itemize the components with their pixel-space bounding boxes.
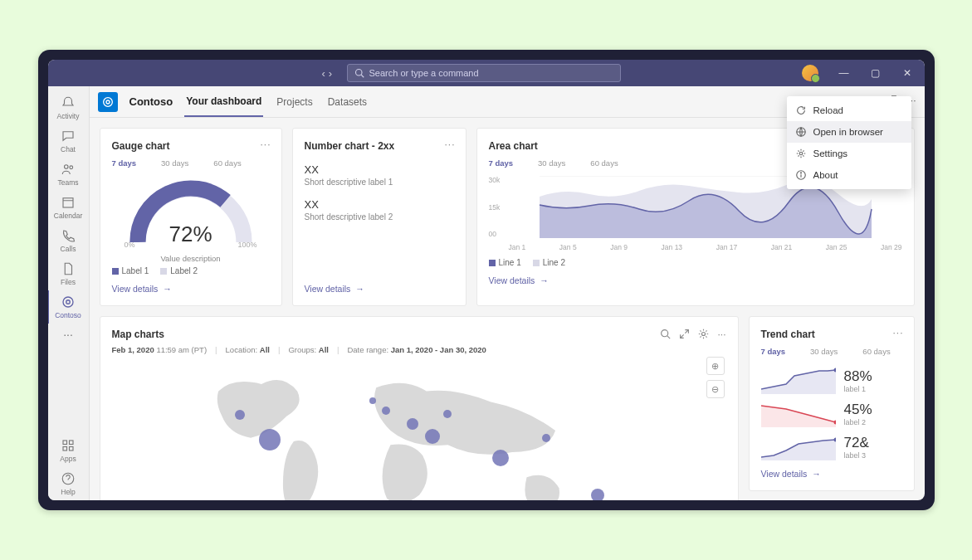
search-icon [354, 68, 364, 78]
map-metadata: Feb 1, 2020 11:59 am (PT)| Location: All… [112, 345, 726, 354]
app-rail: Activity Chat Teams Calendar Calls Files… [48, 86, 90, 500]
svg-point-6 [63, 297, 73, 307]
gauge-desc: Value description [160, 254, 220, 263]
card-gauge: Gauge chart ··· 7 days 30 days 60 days 7… [100, 128, 282, 306]
globe-icon [795, 126, 807, 138]
world-map[interactable] [112, 363, 726, 500]
sparkline: 45%label 2 [761, 401, 902, 427]
svg-rect-4 [63, 198, 73, 207]
card-more-icon[interactable]: ··· [260, 139, 271, 150]
context-menu: Reload Open in browser Settings About [787, 96, 911, 189]
window-close[interactable]: ✕ [893, 63, 921, 83]
range-7days[interactable]: 7 days [761, 347, 786, 356]
view-details-link[interactable]: View details→ [761, 469, 902, 479]
window-maximize[interactable]: ▢ [862, 63, 890, 83]
menu-open-in-browser[interactable]: Open in browser [787, 121, 911, 143]
svg-line-1 [361, 75, 364, 77]
range-30days[interactable]: 30 days [538, 158, 565, 168]
rail-help[interactable]: Help [48, 467, 89, 500]
svg-point-13 [103, 97, 112, 106]
tab-datasets[interactable]: Datasets [326, 88, 369, 116]
range-30days[interactable]: 30 days [810, 347, 838, 356]
gear-icon[interactable] [698, 329, 709, 342]
svg-point-7 [66, 300, 71, 304]
search-input[interactable]: Search or type a command [347, 64, 621, 82]
svg-point-0 [355, 70, 362, 76]
gauge-value: 72% [125, 222, 257, 247]
rail-calendar[interactable]: Calendar [48, 191, 89, 224]
menu-about[interactable]: About [787, 164, 911, 186]
card-title: Gauge chart [112, 140, 270, 152]
arrow-right-icon: → [163, 284, 172, 294]
range-30days[interactable]: 30 days [161, 158, 188, 168]
avatar[interactable] [802, 65, 818, 81]
svg-point-19 [662, 330, 668, 337]
expand-icon[interactable] [679, 329, 690, 342]
rail-activity[interactable]: Activity [48, 91, 89, 124]
number-item: XX Short descriptive label 2 [305, 198, 454, 222]
range-60days[interactable]: 60 days [590, 158, 618, 168]
card-title: Number chart - 2xx [305, 140, 454, 152]
menu-settings[interactable]: Settings [787, 143, 911, 164]
app-logo-icon [98, 92, 118, 112]
reload-icon [795, 105, 807, 116]
range-tabs: 7 days 30 days 60 days [112, 158, 270, 168]
app-name: Contoso [129, 95, 173, 108]
range-7days[interactable]: 7 days [112, 158, 137, 168]
svg-point-21 [702, 332, 706, 335]
gauge-chart: 72% [125, 176, 257, 242]
svg-rect-8 [63, 441, 67, 445]
card-trend: Trend chart ··· 7 days 30 days 60 days 8… [749, 316, 915, 491]
svg-point-26 [799, 152, 803, 155]
search-placeholder: Search or type a command [369, 68, 479, 78]
svg-point-2 [65, 165, 69, 169]
tab-projects[interactable]: Projects [275, 88, 314, 116]
map-search-icon[interactable] [660, 329, 671, 342]
card-more-icon[interactable]: ··· [892, 327, 903, 338]
sparkline: 72&label 3 [761, 434, 902, 460]
rail-files[interactable]: Files [48, 257, 89, 290]
nav-back-icon[interactable]: ‹ [322, 67, 325, 80]
nav-forward-icon[interactable]: › [329, 67, 332, 80]
rail-apps[interactable]: Apps [48, 434, 89, 467]
rail-calls[interactable]: Calls [48, 224, 89, 257]
svg-rect-10 [63, 447, 67, 451]
range-60days[interactable]: 60 days [213, 158, 241, 168]
titlebar: ‹ › Search or type a command — ▢ ✕ [48, 60, 925, 86]
range-7days[interactable]: 7 days [489, 158, 514, 168]
svg-point-3 [70, 166, 73, 169]
card-more-icon[interactable]: ··· [444, 139, 455, 150]
info-icon [795, 169, 807, 181]
svg-point-29 [800, 173, 801, 173]
svg-rect-9 [70, 441, 74, 445]
card-title: Trend chart [761, 329, 902, 340]
arrow-right-icon: → [812, 469, 821, 479]
card-map: Map charts ··· Feb 1, 2020 11:59 am (PT)… [100, 316, 739, 500]
rail-chat[interactable]: Chat [48, 124, 89, 158]
svg-line-20 [667, 336, 670, 338]
card-more-icon[interactable]: ··· [717, 329, 725, 342]
svg-point-14 [106, 100, 110, 104]
rail-teams[interactable]: Teams [48, 158, 89, 191]
arrow-right-icon: → [540, 275, 549, 285]
svg-rect-11 [70, 447, 74, 451]
view-details-link[interactable]: View details→ [489, 275, 902, 285]
window-minimize[interactable]: — [830, 63, 858, 83]
view-details-link[interactable]: View details→ [305, 284, 454, 294]
number-item: XX Short descriptive label 1 [305, 163, 454, 187]
rail-more[interactable]: ··· [48, 324, 89, 345]
sparkline: 88%label 1 [761, 368, 902, 394]
menu-reload[interactable]: Reload [787, 100, 911, 121]
card-number: Number chart - 2xx ··· XX Short descript… [292, 128, 466, 306]
range-60days[interactable]: 60 days [862, 347, 890, 356]
rail-contoso[interactable]: Contoso [48, 290, 88, 324]
card-title: Map charts [112, 329, 164, 340]
view-details-link[interactable]: View details→ [112, 284, 270, 294]
gear-icon [795, 148, 807, 159]
tab-your-dashboard[interactable]: Your dashboard [184, 87, 263, 117]
arrow-right-icon: → [355, 284, 364, 294]
